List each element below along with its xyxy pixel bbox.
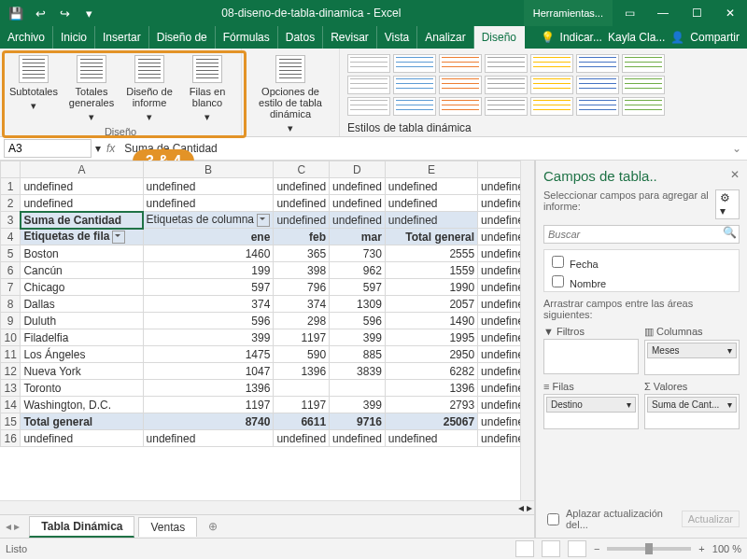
style-swatch[interactable] [485, 54, 528, 73]
table-row[interactable]: 13Toronto13961396undefined [1, 380, 534, 397]
cell[interactable]: Chicago [21, 279, 143, 296]
filas-blanco-button[interactable]: Filas en blanco▾ [179, 52, 235, 125]
row-header[interactable]: 1 [1, 178, 21, 195]
row-header[interactable]: 16 [1, 430, 21, 447]
save-icon[interactable]: 💾 [6, 3, 26, 23]
table-row[interactable]: 2undefinedundefinedundefinedundefinedund… [1, 195, 534, 212]
style-swatch[interactable] [622, 76, 665, 94]
style-swatch[interactable] [530, 76, 573, 94]
table-row[interactable]: 4Etiquetas de filaenefebmarTotal general… [1, 229, 534, 245]
tell-me-label[interactable]: Indicar... [560, 31, 602, 44]
update-button[interactable]: Actualizar [682, 511, 740, 527]
formula-input[interactable]: Suma de Cantidad [120, 142, 726, 155]
cell[interactable]: Filadelfia [21, 329, 143, 346]
ribbon-options-icon[interactable]: ▭ [613, 0, 646, 26]
style-gallery[interactable] [347, 54, 740, 121]
view-pagebreak-icon[interactable] [568, 540, 586, 557]
row-header[interactable]: 9 [1, 313, 21, 329]
style-swatch[interactable] [530, 54, 573, 73]
cell[interactable]: 2555 [385, 245, 477, 262]
close-icon[interactable]: ✕ [713, 0, 747, 26]
area-valores[interactable]: Σ ValoresSuma de Cant...▾ [644, 381, 740, 429]
cell[interactable]: Duluth [21, 313, 143, 329]
cell[interactable]: feb [274, 229, 330, 245]
zoom-level[interactable]: 100 % [712, 543, 741, 554]
zoom-out-icon[interactable]: − [594, 543, 599, 554]
table-row[interactable]: 7Chicago5977965971990undefined [1, 279, 534, 296]
style-swatch[interactable] [576, 97, 619, 116]
style-swatch[interactable] [622, 54, 665, 73]
chip-destino[interactable]: Destino▾ [546, 397, 636, 413]
share-label[interactable]: Compartir [690, 31, 740, 44]
tab-archivo[interactable]: Archivo [0, 26, 53, 49]
cell[interactable]: 885 [330, 346, 386, 363]
cell[interactable]: 1047 [143, 363, 274, 380]
cell[interactable]: 365 [274, 245, 330, 262]
style-swatch[interactable] [485, 76, 528, 94]
table-row[interactable]: 9Duluth5962985961490undefined [1, 313, 534, 329]
cell[interactable]: 374 [143, 296, 274, 313]
table-row[interactable]: 14Washington, D.C.119711973992793undefin… [1, 397, 534, 413]
cell[interactable]: 1460 [143, 245, 274, 262]
grid[interactable]: A B C D E 1undefinedundefinedundefinedun… [0, 161, 534, 500]
row-header[interactable]: 4 [1, 229, 21, 245]
cell[interactable]: 8740 [143, 413, 274, 430]
cell[interactable]: undefined [385, 430, 477, 447]
cell[interactable]: ene [143, 229, 274, 245]
cell[interactable]: Nueva York [21, 363, 143, 380]
table-row[interactable]: 11Los Ángeles14755908852950undefined [1, 346, 534, 363]
cell[interactable]: 1197 [143, 397, 274, 413]
style-swatch[interactable] [347, 54, 390, 73]
cell[interactable]: undefined [143, 195, 274, 212]
cell[interactable]: 399 [330, 397, 386, 413]
col-header-a[interactable]: A [21, 161, 143, 178]
area-columnas[interactable]: ▥ ColumnasMeses▾ [644, 326, 740, 375]
sheet-nav[interactable]: ◂ ▸ [0, 520, 25, 533]
style-swatch[interactable] [393, 76, 436, 94]
cell[interactable]: 2950 [385, 346, 477, 363]
cell[interactable]: 1475 [143, 346, 274, 363]
tab-revisar[interactable]: Revisar [323, 26, 377, 49]
cell[interactable]: undefined [143, 178, 274, 195]
style-swatch[interactable] [393, 97, 436, 116]
cell[interactable]: 1396 [143, 380, 274, 397]
cell[interactable]: 597 [330, 279, 386, 296]
cell[interactable]: undefined [274, 430, 330, 447]
defer-checkbox[interactable] [547, 513, 559, 525]
cell[interactable]: 1490 [385, 313, 477, 329]
cell[interactable]: 962 [330, 262, 386, 279]
cell[interactable]: 374 [274, 296, 330, 313]
tab-datos[interactable]: Datos [278, 26, 323, 49]
cell[interactable]: Dallas [21, 296, 143, 313]
cell[interactable]: 2793 [385, 397, 477, 413]
zoom-slider[interactable] [607, 547, 691, 551]
cell[interactable]: undefined [330, 178, 386, 195]
cell[interactable]: 1990 [385, 279, 477, 296]
field-search[interactable]: 🔍 [543, 225, 740, 244]
table-row[interactable]: 12Nueva York1047139638396282undefined [1, 363, 534, 380]
table-row[interactable]: 16undefinedundefinedundefinedundefinedun… [1, 430, 534, 447]
search-icon[interactable]: 🔍 [720, 226, 739, 243]
row-header[interactable]: 2 [1, 195, 21, 212]
field-list[interactable]: Fecha Nombre [543, 249, 740, 292]
view-layout-icon[interactable] [542, 540, 560, 557]
row-header[interactable]: 5 [1, 245, 21, 262]
table-row[interactable]: 8Dallas37437413092057undefined [1, 296, 534, 313]
gear-icon[interactable]: ⚙ ▾ [715, 189, 740, 219]
cell[interactable]: undefined [21, 430, 143, 447]
cell[interactable]: undefined [330, 430, 386, 447]
cell[interactable]: 596 [330, 313, 386, 329]
cell[interactable]: 796 [274, 279, 330, 296]
col-header-d[interactable]: D [330, 161, 386, 178]
cell[interactable]: 730 [330, 245, 386, 262]
cell[interactable]: 399 [143, 329, 274, 346]
cell[interactable]: 1197 [274, 329, 330, 346]
select-all[interactable] [1, 161, 21, 178]
search-input[interactable] [544, 226, 720, 243]
minimize-icon[interactable]: — [646, 0, 680, 26]
cell[interactable]: Suma de Cantidad [21, 212, 143, 229]
field-nombre[interactable]: Nombre [548, 272, 735, 291]
style-swatch[interactable] [439, 76, 482, 94]
col-header-c[interactable]: C [274, 161, 330, 178]
cell[interactable]: mar [330, 229, 386, 245]
